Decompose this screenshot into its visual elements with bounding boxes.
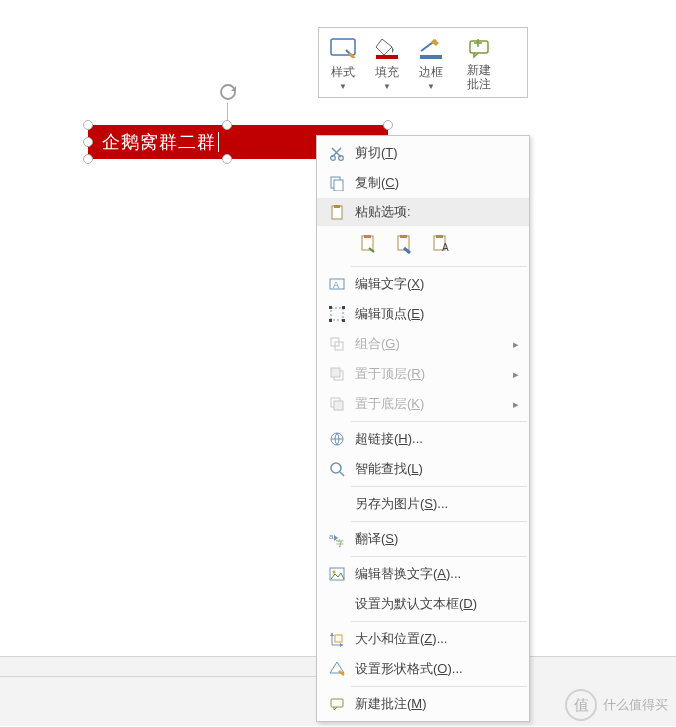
menu-paste-header: 粘贴选项: bbox=[317, 198, 529, 226]
menu-save-as-pic-label: 另存为图片(S)... bbox=[351, 495, 529, 513]
menu-hyperlink-label: 超链接(H)... bbox=[351, 430, 529, 448]
svg-rect-23 bbox=[329, 319, 332, 322]
border-dropdown[interactable]: 边框 ▼ bbox=[409, 33, 453, 93]
fill-icon bbox=[371, 34, 403, 62]
menu-copy[interactable]: 复制(C) bbox=[317, 168, 529, 198]
svg-rect-12 bbox=[364, 235, 371, 238]
bring-front-icon bbox=[323, 366, 351, 382]
translate-icon: a字 bbox=[323, 531, 351, 547]
paste-option-2[interactable] bbox=[391, 230, 419, 258]
menu-format-shape[interactable]: 设置形状格式(O)... bbox=[317, 654, 529, 684]
svg-rect-11 bbox=[362, 236, 373, 250]
menu-edit-points[interactable]: 编辑顶点(E) bbox=[317, 299, 529, 329]
menu-edit-text[interactable]: A 编辑文字(X) bbox=[317, 269, 529, 299]
resize-handle-tm[interactable] bbox=[222, 120, 232, 130]
edit-text-icon: A bbox=[323, 276, 351, 292]
menu-bring-front: 置于顶层(R) ▸ bbox=[317, 359, 529, 389]
svg-rect-16 bbox=[436, 235, 443, 238]
menu-size-position[interactable]: 大小和位置(Z)... bbox=[317, 624, 529, 654]
hyperlink-icon bbox=[323, 431, 351, 447]
menu-translate[interactable]: a字 翻译(S) bbox=[317, 524, 529, 554]
group-icon bbox=[323, 336, 351, 352]
svg-text:a: a bbox=[329, 532, 334, 541]
menu-edit-points-label: 编辑顶点(E) bbox=[351, 305, 529, 323]
resize-handle-tl[interactable] bbox=[83, 120, 93, 130]
svg-rect-37 bbox=[335, 635, 342, 642]
svg-text:A: A bbox=[333, 280, 339, 290]
svg-point-4 bbox=[221, 85, 235, 99]
mini-toolbar: 样式 ▼ 填充 ▼ 边框 ▼ 新建 批注 bbox=[318, 27, 528, 98]
menu-edit-text-label: 编辑文字(X) bbox=[351, 275, 529, 293]
smart-lookup-icon bbox=[323, 461, 351, 477]
menu-new-comment[interactable]: 新建批注(M) bbox=[317, 689, 529, 719]
svg-point-32 bbox=[331, 463, 341, 473]
svg-rect-8 bbox=[334, 180, 343, 191]
menu-cut-label: 剪切(T) bbox=[351, 144, 529, 162]
comment-icon bbox=[323, 696, 351, 712]
svg-rect-0 bbox=[331, 39, 355, 55]
size-pos-icon bbox=[323, 631, 351, 647]
menu-smart-lookup[interactable]: 智能查找(L) bbox=[317, 454, 529, 484]
svg-rect-2 bbox=[420, 55, 442, 59]
menu-save-as-pic[interactable]: 另存为图片(S)... bbox=[317, 489, 529, 519]
svg-rect-10 bbox=[334, 205, 340, 208]
svg-rect-30 bbox=[334, 401, 343, 410]
menu-bring-front-label: 置于顶层(R) bbox=[351, 365, 529, 383]
rotation-handle[interactable] bbox=[219, 83, 237, 101]
new-comment-label: 新建 批注 bbox=[467, 64, 491, 90]
alt-text-icon bbox=[323, 566, 351, 582]
copy-icon bbox=[323, 175, 351, 191]
separator bbox=[351, 556, 527, 557]
separator bbox=[351, 266, 527, 267]
menu-send-back: 置于底层(K) ▸ bbox=[317, 389, 529, 419]
menu-format-shape-label: 设置形状格式(O)... bbox=[351, 660, 529, 678]
chevron-down-icon: ▼ bbox=[339, 82, 347, 91]
menu-new-comment-label: 新建批注(M) bbox=[351, 695, 529, 713]
svg-rect-20 bbox=[331, 308, 343, 320]
menu-paste-label: 粘贴选项: bbox=[351, 203, 529, 221]
resize-handle-bm[interactable] bbox=[222, 154, 232, 164]
text-cursor bbox=[218, 132, 219, 152]
menu-hyperlink[interactable]: 超链接(H)... bbox=[317, 424, 529, 454]
svg-rect-13 bbox=[398, 236, 409, 250]
svg-text:A: A bbox=[442, 242, 449, 253]
svg-rect-24 bbox=[342, 319, 345, 322]
chevron-right-icon: ▸ bbox=[513, 368, 519, 381]
style-label: 样式 bbox=[331, 64, 355, 81]
resize-handle-tr[interactable] bbox=[383, 120, 393, 130]
chevron-down-icon: ▼ bbox=[427, 82, 435, 91]
style-icon bbox=[327, 34, 359, 62]
separator bbox=[351, 486, 527, 487]
paste-option-3[interactable]: A bbox=[427, 230, 455, 258]
menu-alt-text[interactable]: 编辑替换文字(A)... bbox=[317, 559, 529, 589]
svg-rect-14 bbox=[400, 235, 407, 238]
resize-handle-ml[interactable] bbox=[83, 137, 93, 147]
menu-group: 组合(G) ▸ bbox=[317, 329, 529, 359]
svg-point-36 bbox=[333, 571, 336, 574]
border-icon bbox=[415, 34, 447, 62]
menu-group-label: 组合(G) bbox=[351, 335, 529, 353]
separator bbox=[351, 421, 527, 422]
svg-rect-1 bbox=[376, 55, 398, 59]
menu-cut[interactable]: 剪切(T) bbox=[317, 138, 529, 168]
style-dropdown[interactable]: 样式 ▼ bbox=[321, 33, 365, 93]
menu-set-default-textbox[interactable]: 设置为默认文本框(D) bbox=[317, 589, 529, 619]
cut-icon bbox=[323, 145, 351, 161]
fill-dropdown[interactable]: 填充 ▼ bbox=[365, 33, 409, 93]
textbox-text: 企鹅窝群二群 bbox=[102, 130, 216, 154]
border-label: 边框 bbox=[419, 64, 443, 81]
svg-rect-22 bbox=[342, 306, 345, 309]
new-comment-button[interactable]: 新建 批注 bbox=[453, 33, 505, 93]
separator bbox=[351, 621, 527, 622]
chevron-right-icon: ▸ bbox=[513, 338, 519, 351]
menu-alt-text-label: 编辑替换文字(A)... bbox=[351, 565, 529, 583]
paste-option-1[interactable] bbox=[355, 230, 383, 258]
menu-size-pos-label: 大小和位置(Z)... bbox=[351, 630, 529, 648]
send-back-icon bbox=[323, 396, 351, 412]
menu-smart-lookup-label: 智能查找(L) bbox=[351, 460, 529, 478]
format-shape-icon bbox=[323, 661, 351, 677]
resize-handle-bl[interactable] bbox=[83, 154, 93, 164]
separator bbox=[351, 686, 527, 687]
comment-icon bbox=[463, 34, 495, 62]
svg-rect-21 bbox=[329, 306, 332, 309]
